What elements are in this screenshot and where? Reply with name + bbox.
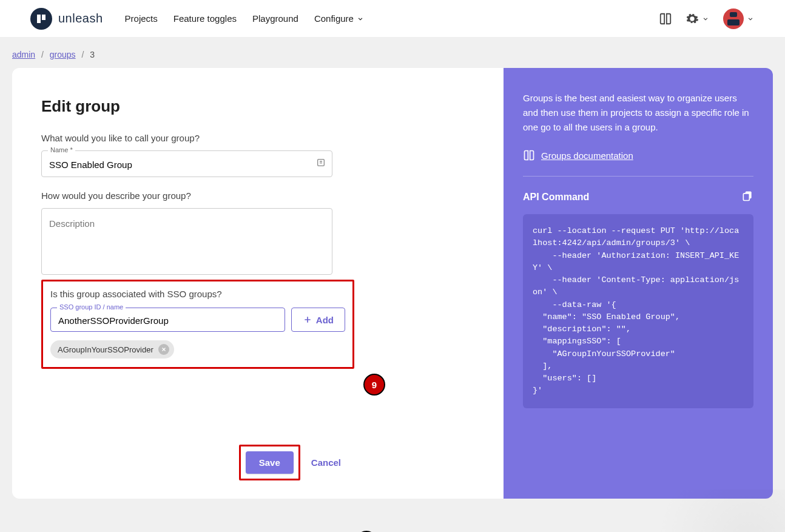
name-label: Name * xyxy=(48,146,75,153)
form-card: Edit group What would you like to call y… xyxy=(12,68,504,499)
desc-question: How would you describe your group? xyxy=(41,190,474,201)
chevron-down-icon xyxy=(701,15,710,23)
nav-projects[interactable]: Projects xyxy=(125,13,158,24)
nav-toggles[interactable]: Feature toggles xyxy=(174,13,237,24)
form-actions: Save Cancel xyxy=(41,445,474,480)
logo[interactable]: unleash xyxy=(30,8,103,30)
main-nav: Projects Feature toggles Playground Conf… xyxy=(125,13,365,24)
side-description: Groups is the best and easiest way to or… xyxy=(523,91,753,135)
api-code[interactable]: curl --location --request PUT 'http://lo… xyxy=(523,214,753,408)
side-panel: Groups is the best and easiest way to or… xyxy=(504,68,773,499)
chip-label: AGroupInYourSSOProvider xyxy=(58,345,153,354)
side-divider xyxy=(523,176,753,177)
brand-text: unleash xyxy=(58,12,103,25)
content: Edit group What would you like to call y… xyxy=(0,68,785,499)
breadcrumb-current: 3 xyxy=(90,50,95,59)
user-menu[interactable] xyxy=(723,8,755,29)
chevron-down-icon xyxy=(356,15,365,23)
step-badge-9: 9 xyxy=(363,374,385,396)
doc-link-row: Groups documentation xyxy=(523,149,753,161)
api-header: API Command xyxy=(523,190,753,204)
cancel-button[interactable]: Cancel xyxy=(311,457,341,468)
docs-icon[interactable] xyxy=(659,12,672,25)
chevron-down-icon xyxy=(746,15,755,23)
desc-field-wrap xyxy=(41,208,332,275)
plus-icon xyxy=(303,315,312,325)
api-title: API Command xyxy=(523,192,589,203)
breadcrumb-groups[interactable]: groups xyxy=(50,50,76,59)
add-label: Add xyxy=(316,315,334,325)
nav-configure-label: Configure xyxy=(314,13,354,24)
avatar xyxy=(723,8,744,29)
name-field-wrap: Name * xyxy=(41,150,332,177)
breadcrumb-admin[interactable]: admin xyxy=(12,50,35,59)
add-button[interactable]: Add xyxy=(291,308,345,332)
save-button[interactable]: Save xyxy=(246,451,294,474)
name-input[interactable] xyxy=(49,160,325,170)
autofill-icon[interactable] xyxy=(316,158,326,170)
chip-remove-icon[interactable] xyxy=(158,344,169,355)
book-icon xyxy=(523,149,535,161)
topbar: unleash Projects Feature toggles Playgro… xyxy=(0,0,785,38)
topbar-right xyxy=(659,8,755,29)
sso-label: SSO group ID / name xyxy=(57,303,126,311)
nav-playground[interactable]: Playground xyxy=(252,13,298,24)
page-title: Edit group xyxy=(41,97,474,116)
svg-rect-0 xyxy=(37,15,41,23)
sso-chips: AGroupInYourSSOProvider xyxy=(50,340,345,359)
save-highlight: Save xyxy=(239,445,300,480)
breadcrumb: admin / groups / 3 xyxy=(0,38,785,68)
sso-field-wrap: SSO group ID / name xyxy=(50,308,285,332)
sso-input[interactable] xyxy=(58,315,277,326)
breadcrumb-sep: / xyxy=(82,50,84,59)
svg-rect-4 xyxy=(743,194,749,201)
sso-section: Is this group associated with SSO groups… xyxy=(41,280,354,369)
sso-question: Is this group associated with SSO groups… xyxy=(50,289,345,299)
logo-icon xyxy=(30,8,52,30)
copy-icon[interactable] xyxy=(741,190,753,204)
nav-configure[interactable]: Configure xyxy=(314,13,365,24)
gear-icon xyxy=(686,12,699,25)
svg-rect-1 xyxy=(42,15,45,20)
docs-link[interactable]: Groups documentation xyxy=(541,150,633,161)
desc-input[interactable] xyxy=(49,218,325,267)
sso-chip: AGroupInYourSSOProvider xyxy=(50,340,174,359)
name-question: What would you like to call your group? xyxy=(41,133,474,143)
breadcrumb-sep: / xyxy=(41,50,44,59)
settings-menu[interactable] xyxy=(686,12,710,25)
